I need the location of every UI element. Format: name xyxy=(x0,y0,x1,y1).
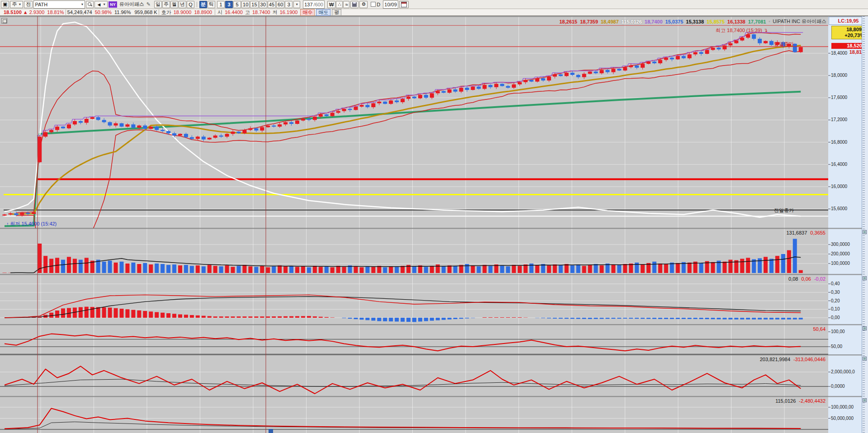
legend-value: 115,0126 xyxy=(622,19,642,24)
change-value: 2.9300 xyxy=(29,9,45,15)
interval-button-0[interactable]: 1 xyxy=(217,1,225,8)
price-axis-label: 15,6000 xyxy=(831,206,847,211)
pane-menu-button-3[interactable] xyxy=(863,357,867,361)
period-button-년[interactable]: 년 xyxy=(179,1,186,8)
tool-icon-button-2[interactable]: ≈ xyxy=(343,1,349,8)
mode-button-분[interactable]: 분 xyxy=(199,1,207,8)
jeon-button[interactable]: 전 xyxy=(24,1,33,8)
time-axis-marker xyxy=(269,429,273,433)
interval-button-7[interactable]: 60 xyxy=(276,1,284,8)
cumflow-pane-header: 115,0126-2,480,4432 xyxy=(775,398,826,404)
trading-app-window: { "toolbar": { "window_icon": "▣", "char… xyxy=(0,0,868,433)
search-button[interactable] xyxy=(86,1,94,8)
macd-axis-label: 0,00 xyxy=(831,315,840,320)
chart-type-dropdown[interactable]: 주 ▼ xyxy=(10,1,23,8)
sell-button[interactable]: 매도 xyxy=(316,9,330,16)
price-axis-label: 18,0000 xyxy=(831,73,847,78)
interval-dropdown[interactable]: ▼ xyxy=(293,1,300,8)
calendar-button[interactable] xyxy=(399,1,409,8)
price-axis-label: 16,4000 xyxy=(831,162,847,167)
pane-header-value: -0,02 xyxy=(814,276,826,282)
tool-icon-button-1[interactable]: ∴ xyxy=(336,1,343,8)
chart-corner-button[interactable] xyxy=(1,18,7,24)
period-button-주[interactable]: 주 xyxy=(162,1,170,8)
macd-axis-label: 0,40 xyxy=(831,281,840,286)
gear-icon: ⚙ xyxy=(361,1,366,7)
trade-value: 959,868 K xyxy=(135,9,157,15)
price-callout: 18,8097 +20,73% xyxy=(831,26,866,39)
callout-percent: +20,73% xyxy=(833,33,864,38)
legend-value: 18,7359 xyxy=(580,19,598,24)
interval-button-1[interactable]: 3 xyxy=(225,1,233,8)
bar-count-box[interactable]: 137/600 xyxy=(303,0,325,9)
osc-axis-label: 100,00 xyxy=(831,329,845,334)
interval-button-4[interactable]: 15 xyxy=(250,1,258,8)
settings-button[interactable]: ⚙ xyxy=(359,1,368,8)
day-close-label: 당일종가 xyxy=(774,41,794,47)
high-price: 18.7400 xyxy=(252,9,270,15)
date-box[interactable]: 10/09 xyxy=(383,0,398,9)
period-button-group: 일주월년Q xyxy=(154,1,194,8)
pane-menu-button-0[interactable] xyxy=(863,230,867,234)
chart-canvas[interactable] xyxy=(0,0,868,433)
pane-menu-button-1[interactable] xyxy=(863,276,867,280)
tool-icon-button-0[interactable]: ₩ xyxy=(327,1,335,8)
legend-value: 16,1338 xyxy=(727,19,745,24)
edit-pencil-icon[interactable]: ✎ xyxy=(146,1,151,7)
main-toolbar: ▣ 주 ▼ 전 PATH ▼ ◄ ▼ NY 유아이패스 ✎ 일주월년Q 분틱 1… xyxy=(0,0,868,9)
indicator-legend: 18,261518,735918,4987115,012618,740015,0… xyxy=(559,18,826,25)
macd-pane-header: 0,080,06-0,02 xyxy=(788,276,826,282)
mode-button-틱[interactable]: 틱 xyxy=(208,1,215,8)
pane-header-value: 0,08 xyxy=(788,276,798,282)
period-button-Q[interactable]: Q xyxy=(187,1,194,8)
chart-type-label: 주 xyxy=(12,1,17,8)
window-icon[interactable]: ▣ xyxy=(1,1,9,8)
pane-menu-button-2[interactable] xyxy=(863,326,867,330)
period-button-월[interactable]: 월 xyxy=(170,1,178,8)
legend-value: 18,7400 xyxy=(645,19,663,24)
d-checkbox[interactable] xyxy=(371,2,376,7)
macd-axis-label: 0,10 xyxy=(831,306,840,311)
legend-value: 17,7081 xyxy=(748,19,766,24)
quote-bar: 18.5100 ▲ 2.9300 18.81% 54,249,474 50.98… xyxy=(0,9,868,16)
callout-price: 18,8097 xyxy=(833,27,864,33)
period-button-일[interactable]: 일 xyxy=(154,1,162,8)
pane-menu-button-4[interactable] xyxy=(863,398,867,402)
volume-axis-label: 300,0000 xyxy=(831,242,850,247)
price-axis-label: 16,8000 xyxy=(831,140,847,145)
ratio-percent: 11.96% xyxy=(114,9,131,15)
volume-value: 54,249,474 xyxy=(67,9,92,15)
interval-button-3[interactable]: 10 xyxy=(241,1,250,8)
low-price: 16.1900 xyxy=(280,9,298,15)
osc-pane-header: 50,64 xyxy=(813,326,826,332)
interval-button-5[interactable]: 30 xyxy=(259,1,267,8)
prev-close-label: 전일종가 xyxy=(774,207,794,214)
last-price: 18.5100 xyxy=(4,9,22,15)
pane-header-value: -313,046,0446 xyxy=(793,357,826,362)
open-price: 16.4400 xyxy=(225,9,243,15)
low-label: 저 xyxy=(273,9,278,16)
netbuy-axis-label: 0,0000 xyxy=(831,384,845,389)
pane-header-value: 0,06 xyxy=(802,276,811,282)
legend-marker-icon: ▫ xyxy=(769,19,770,24)
interval-button-group: 13510153045603 xyxy=(217,1,292,8)
up-arrow-icon: ▲ xyxy=(23,9,28,15)
speaker-icon: ◄ xyxy=(96,2,101,7)
divider xyxy=(159,9,159,15)
right-ruler-strip[interactable] xyxy=(862,16,868,433)
avg-button[interactable]: 평 xyxy=(332,9,341,16)
price-axis-label: 18,4000 xyxy=(831,51,847,56)
legend-value: 15,8575 xyxy=(707,19,725,24)
bid-price: 18.8900 xyxy=(194,9,212,15)
sound-button[interactable]: ◄ ▼ xyxy=(94,1,108,8)
symbol-input[interactable]: PATH ▼ xyxy=(33,0,85,9)
interval-button-8[interactable]: 3 xyxy=(285,1,292,8)
interval-button-6[interactable]: 45 xyxy=(268,1,276,8)
interval-button-2[interactable]: 5 xyxy=(233,1,241,8)
save-button[interactable] xyxy=(350,1,359,8)
search-icon xyxy=(88,2,92,6)
high-label: 고 xyxy=(245,9,250,16)
buy-button[interactable]: 매수 xyxy=(300,9,315,16)
volume-pane-header: 131,68370,3655 xyxy=(786,230,826,235)
legend-value: 18,2615 xyxy=(559,19,577,24)
